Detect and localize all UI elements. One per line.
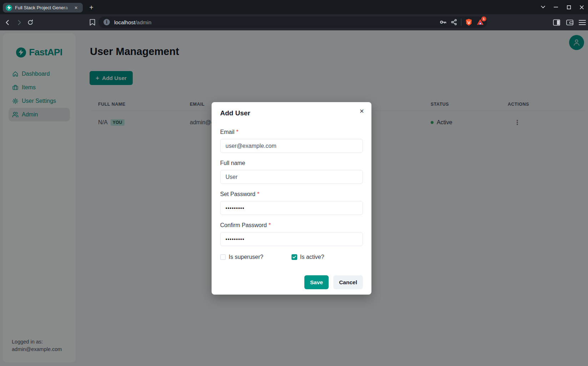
share-icon[interactable] [451, 19, 457, 26]
key-icon[interactable] [440, 19, 447, 26]
wallet-icon[interactable] [564, 14, 576, 30]
required-asterisk: * [236, 129, 238, 135]
required-asterisk: * [257, 191, 259, 197]
favicon-icon [6, 5, 12, 11]
page-viewport: FastAPI Dashboard Items [0, 30, 588, 366]
full-name-label: Full name [220, 160, 245, 166]
modal-title: Add User [220, 109, 363, 117]
sidebar-toggle-icon[interactable] [551, 14, 562, 30]
brave-shields-icon[interactable] [465, 18, 473, 26]
checkbox-row: Is superuser? Is active? [220, 254, 363, 260]
set-password-label: Set Password* [220, 191, 259, 197]
forward-button[interactable] [14, 14, 25, 30]
tab-search-chevron-icon[interactable] [537, 0, 549, 14]
reload-button[interactable] [25, 14, 36, 30]
add-user-modal: Add User ✕ Email* Full name Set Password… [212, 102, 371, 295]
cancel-button[interactable]: Cancel [333, 275, 363, 289]
email-label: Email* [220, 129, 238, 135]
checkbox-unchecked-icon [220, 254, 226, 260]
url-text: localhost/admin [114, 19, 151, 25]
is-active-checkbox[interactable]: Is active? [292, 254, 363, 260]
save-button[interactable]: Save [304, 275, 329, 289]
tab-close-icon[interactable]: ✕ [73, 5, 79, 11]
maximize-button[interactable] [562, 0, 575, 14]
add-user-form: Email* Full name Set Password* Confirm P… [220, 129, 363, 289]
required-asterisk: * [269, 222, 271, 228]
browser-window: Full Stack Project Genera ✕ + [0, 0, 588, 366]
back-button[interactable] [2, 14, 13, 30]
brave-rewards-icon[interactable]: 1 [476, 18, 484, 26]
is-superuser-checkbox[interactable]: Is superuser? [220, 254, 292, 260]
menu-icon[interactable] [577, 14, 588, 30]
rewards-badge: 1 [481, 16, 486, 21]
tab-title: Full Stack Project Genera [15, 5, 72, 10]
close-icon[interactable]: ✕ [357, 106, 366, 116]
confirm-password-label: Confirm Password* [220, 222, 271, 228]
toolbar-divider [461, 19, 461, 26]
site-info-icon[interactable]: i [103, 19, 110, 25]
close-window-button[interactable] [575, 0, 588, 14]
checkbox-checked-icon [292, 254, 297, 260]
modal-footer: Save Cancel [220, 275, 363, 289]
new-tab-button[interactable]: + [86, 3, 96, 12]
browser-toolbar: i localhost/admin 1 [0, 14, 588, 30]
confirm-password-field[interactable] [220, 232, 363, 246]
tab-bar: Full Stack Project Genera ✕ + [0, 0, 588, 14]
address-bar[interactable]: i localhost/admin 1 [98, 16, 487, 28]
set-password-field[interactable] [220, 201, 363, 215]
email-field[interactable] [220, 139, 363, 153]
full-name-field[interactable] [220, 170, 363, 184]
browser-tab[interactable]: Full Stack Project Genera ✕ [3, 3, 83, 12]
bookmarks-icon[interactable] [87, 14, 98, 30]
minimize-button[interactable] [549, 0, 562, 14]
